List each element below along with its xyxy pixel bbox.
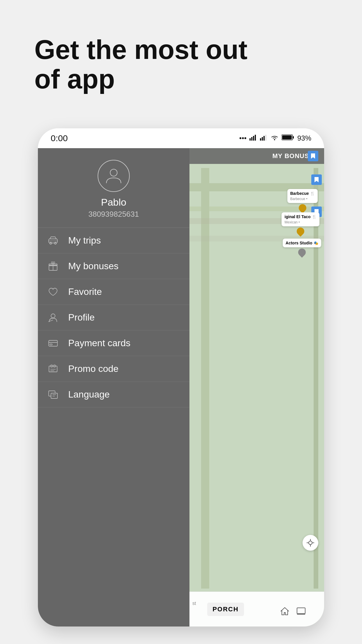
svg-rect-22 — [49, 340, 57, 346]
card-icon — [47, 337, 59, 350]
status-icons: ••• — [239, 134, 311, 142]
phone-content: Pablo 380939825631 My trips — [38, 148, 324, 626]
svg-rect-24 — [50, 344, 52, 345]
user-name: Pablo — [101, 197, 126, 208]
map-header: MY BONUSES — [189, 148, 324, 164]
sidebar-item-favorite-label: Favorite — [68, 286, 102, 297]
map-pin-bookmark-1 — [311, 174, 322, 185]
svg-point-8 — [274, 139, 275, 140]
svg-rect-40 — [297, 608, 305, 614]
svg-point-35 — [309, 541, 312, 545]
svg-rect-5 — [262, 137, 263, 141]
signal-dots-icon: ••• — [239, 134, 247, 142]
sidebar-item-promo-code[interactable]: Promo code — [38, 356, 189, 382]
sidebar-item-my-bonuses[interactable]: My bonuses — [38, 253, 189, 279]
sidebar-header: Pablo 380939825631 — [38, 148, 189, 228]
svg-rect-7 — [265, 135, 266, 141]
page-title: Get the most out of app — [34, 35, 328, 94]
map-bottom-bar: st PORCH — [189, 592, 324, 626]
svg-rect-4 — [260, 138, 261, 141]
car-icon — [47, 234, 59, 247]
svg-rect-3 — [255, 135, 256, 141]
sidebar-item-my-trips-label: My trips — [68, 235, 101, 246]
status-time: 0:00 — [51, 133, 68, 143]
sidebar-item-profile-label: Profile — [68, 312, 95, 323]
map-pin-bubble-taco: iginal El Taco 🍴 Mexican • — [282, 212, 319, 226]
menu-icon-bottom[interactable] — [296, 606, 306, 618]
svg-rect-25 — [49, 366, 57, 372]
home-icon[interactable] — [280, 606, 290, 618]
sidebar-item-my-trips[interactable]: My trips — [38, 228, 189, 253]
svg-point-14 — [50, 242, 52, 244]
sidebar-item-profile[interactable]: Profile — [38, 305, 189, 330]
language-icon — [47, 388, 59, 401]
promo-icon — [47, 363, 59, 375]
map-pin-taco: iginal El Taco 🍴 Mexican • — [282, 212, 319, 235]
svg-rect-11 — [282, 135, 292, 139]
location-button[interactable] — [303, 535, 318, 551]
svg-rect-6 — [263, 136, 265, 141]
sidebar-item-promo-code-label: Promo code — [68, 363, 119, 374]
map-view: MY BONUSES — [189, 148, 324, 626]
map-pin-barbecue: Barbecue 🍴 Barbecue • — [287, 189, 318, 212]
phone-mockup: 0:00 ••• — [38, 128, 324, 626]
svg-rect-2 — [253, 136, 254, 141]
map-pin-bubble-actors: Actors Studio 🎭 — [283, 239, 321, 247]
map-pin-bubble-barbecue: Barbecue 🍴 Barbecue • — [287, 189, 318, 203]
battery-icon — [282, 134, 294, 142]
svg-rect-10 — [293, 136, 294, 139]
gift-icon — [47, 260, 59, 273]
svg-point-15 — [55, 242, 57, 244]
battery-percent: 93% — [297, 134, 311, 142]
svg-point-20 — [51, 314, 55, 318]
sidebar-item-language-label: Language — [68, 389, 110, 400]
porch-button[interactable]: PORCH — [207, 603, 244, 616]
sidebar-drawer: Pablo 380939825631 My trips — [38, 148, 189, 626]
sidebar-item-favorite[interactable]: Favorite — [38, 279, 189, 305]
svg-rect-32 — [51, 393, 57, 398]
svg-rect-0 — [249, 138, 251, 141]
signal-bars-icon — [249, 134, 257, 142]
user-phone: 380939825631 — [88, 210, 139, 219]
sidebar-item-payment-cards[interactable]: Payment cards — [38, 330, 189, 356]
sidebar-item-language[interactable]: Language — [38, 382, 189, 407]
svg-rect-1 — [251, 137, 252, 141]
sidebar-item-my-bonuses-label: My bonuses — [68, 261, 119, 272]
wifi-icon — [270, 134, 279, 142]
avatar — [98, 160, 130, 192]
status-bar: 0:00 ••• — [38, 128, 324, 148]
sidebar-item-payment-cards-label: Payment cards — [68, 338, 130, 349]
svg-point-12 — [110, 169, 117, 176]
person-icon — [47, 311, 59, 324]
bookmark-icon — [308, 151, 318, 161]
heart-icon — [47, 286, 59, 298]
map-pin-actors-studio: Actors Studio 🎭 — [283, 239, 321, 256]
signal-bars2-icon — [260, 134, 268, 142]
